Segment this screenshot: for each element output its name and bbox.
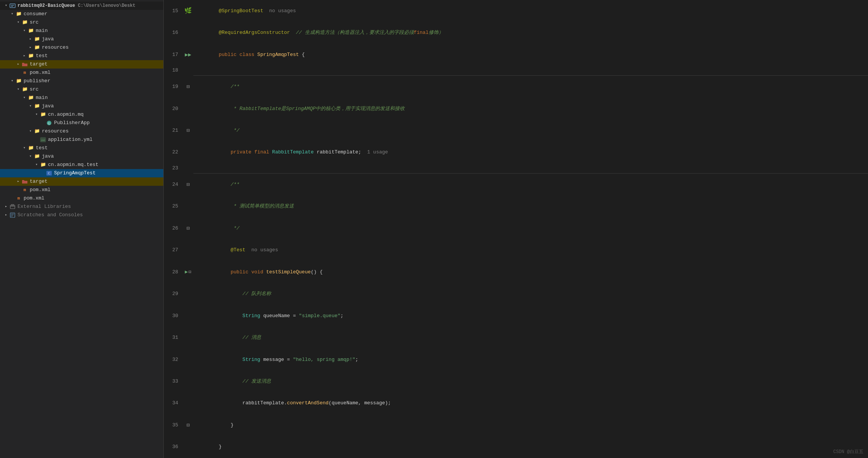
folder-icon-consumer-test: 📁 (27, 53, 34, 59)
sidebar-item-consumer[interactable]: 📁 consumer (0, 10, 163, 18)
token-string-type-30: String (243, 313, 260, 319)
token-plain-32: message = (260, 357, 293, 362)
sidebar-item-scratches[interactable]: Scratches and Consoles (0, 211, 163, 219)
line-num-31: 31 (164, 333, 183, 343)
svg-text:C: C (48, 172, 50, 175)
arrow-publisher-resources (27, 128, 34, 134)
bean-icon-15: 🌿 (184, 6, 192, 16)
module-icon (9, 2, 16, 9)
sidebar-item-publisher-test-cn[interactable]: 📁 cn.aopmin.mq.test (0, 161, 163, 169)
token-comment-31: // 消息 (219, 335, 261, 340)
fold-icon-35[interactable]: ⊟ (187, 420, 190, 430)
line-num-27: 27 (164, 245, 183, 255)
sidebar-item-spring-amqp-test[interactable]: C SpringAmqpTest (0, 169, 163, 177)
scratches-icon (9, 212, 16, 219)
scratches-label: Scratches and Consoles (18, 211, 83, 219)
sidebar-item-publisher-app[interactable]: G PublisherApp (0, 119, 163, 127)
token-nousages-27: no usages (246, 247, 278, 253)
token-brace-17: { (299, 52, 305, 57)
consumer-label: consumer (24, 10, 47, 18)
sidebar-item-external-libs[interactable]: External Libraries (0, 203, 163, 211)
fold-icon-28[interactable]: ⊟ (188, 267, 191, 277)
token-comment-20b: 是SpringAMQP中的核心类，用于实现消息的发送和接收 (281, 106, 405, 112)
line-code-36: } (193, 432, 868, 458)
publisher-target-label: target (30, 177, 48, 186)
sidebar-item-publisher-target[interactable]: target (0, 177, 163, 186)
folder-icon-publisher-test-cn: 📁 (40, 161, 46, 168)
sidebar-item-publisher[interactable]: 📁 publisher (0, 77, 163, 85)
xml-icon-consumer-pom: m (21, 69, 28, 76)
consumer-main-label: main (36, 27, 48, 35)
sidebar-item-publisher-main[interactable]: 📁 main (0, 94, 163, 102)
line-num-22: 22 (164, 147, 183, 157)
sidebar-item-consumer-src[interactable]: 📁 src (0, 18, 163, 27)
folder-icon-consumer-src: 📁 (21, 19, 28, 26)
line-num-18: 18 (164, 65, 183, 75)
token-string-type-32: String (243, 357, 260, 362)
line-code-22: private final RabbitTemplate rabbitTempl… (193, 137, 868, 167)
line-num-23: 23 (164, 163, 183, 173)
sidebar-item-publisher-cn[interactable]: 📁 cn.aopmin.mq (0, 110, 163, 119)
gutter-35: ⊟ (183, 420, 193, 430)
line-num-26: 26 (164, 223, 183, 233)
gutter-24: ⊟ (183, 180, 193, 190)
sidebar-item-publisher-test[interactable]: 📁 test (0, 144, 163, 152)
token-rabbittemplate-34: rabbitTemplate. (219, 400, 287, 406)
publisher-test-label: test (36, 144, 48, 152)
line-num-17: 17 (164, 50, 183, 60)
line-num-24: 24 (164, 180, 183, 190)
gutter-28[interactable]: ▶ ⊟ (183, 267, 193, 277)
publisher-cn-label: cn.aopmin.mq (48, 110, 84, 119)
sidebar-item-root-pom[interactable]: m pom.xml (0, 194, 163, 203)
token-requiredargs: @RequiredArgsConstructor (219, 30, 290, 35)
sidebar-item-publisher-yaml[interactable]: yml application.yml (0, 136, 163, 144)
token-method-34: convertAndSend (287, 400, 329, 406)
sidebar-item-consumer-test[interactable]: 📁 test (0, 52, 163, 60)
folder-icon-consumer: 📁 (15, 11, 22, 18)
line-num-28: 28 (164, 267, 183, 277)
fold-icon-19[interactable]: ⊟ (187, 82, 190, 92)
token-indent-32 (219, 357, 242, 362)
sidebar-item-publisher-resources[interactable]: 📁 resources (0, 127, 163, 136)
arrow-publisher-cn (34, 112, 40, 118)
arrow-publisher-src (15, 86, 21, 93)
token-closebrace-36: } (219, 444, 222, 450)
folder-icon-publisher-cn: 📁 (40, 111, 46, 118)
line-num-33: 33 (164, 377, 183, 386)
publisher-label: publisher (24, 77, 50, 85)
gutter-17[interactable]: ▶▶ (183, 50, 193, 60)
class-icon-spring-amqp-test: C (46, 170, 53, 177)
ext-libs-icon (9, 203, 16, 210)
code-line-17: 17 ▶▶ public class SpringAmqpTest { (164, 44, 868, 65)
sidebar-item-publisher-src[interactable]: 📁 src (0, 85, 163, 94)
folder-icon-publisher: 📁 (15, 78, 22, 85)
sidebar-item-consumer-target[interactable]: target (0, 60, 163, 69)
line-num-16: 16 (164, 28, 183, 38)
fold-icon-26[interactable]: ⊟ (187, 223, 190, 233)
code-editor: 15 🌿 @SpringBootTest no usages 16 @Requi… (164, 0, 868, 458)
sidebar-item-publisher-java[interactable]: 📁 java (0, 102, 163, 110)
sidebar-item-root[interactable]: rabbitmq02-BasicQueue C:\Users\lenovo\De… (0, 2, 163, 10)
external-libs-label: External Libraries (18, 203, 71, 211)
sidebar-item-publisher-pom[interactable]: m pom.xml (0, 186, 163, 194)
sidebar-item-consumer-resources[interactable]: 📁 resources (0, 43, 163, 52)
token-comment-26: */ (219, 225, 239, 231)
run-icon-28[interactable]: ▶ (185, 267, 188, 277)
sidebar-item-consumer-java[interactable]: 📁 java (0, 35, 163, 43)
arrow-publisher (9, 78, 15, 84)
sidebar-item-consumer-pom[interactable]: m pom.xml (0, 69, 163, 77)
sidebar-item-publisher-test-java[interactable]: 📁 java (0, 152, 163, 161)
token-semi-30: ; (340, 313, 343, 319)
fold-icon-21[interactable]: ⊟ (187, 126, 190, 136)
publisher-app-label: PublisherApp (54, 119, 90, 127)
folder-icon-consumer-java: 📁 (34, 36, 40, 43)
watermark: CSDN @白豆五 (833, 448, 863, 455)
line-num-21: 21 (164, 126, 183, 136)
sidebar-item-consumer-main[interactable]: 📁 main (0, 27, 163, 35)
fold-icon-24[interactable]: ⊟ (187, 180, 190, 190)
svg-text:G: G (48, 121, 51, 125)
arrow-publisher-target (15, 179, 21, 185)
token-args-34: (queueName, message); (329, 400, 391, 406)
consumer-pom-label: pom.xml (30, 69, 51, 77)
publisher-test-cn-label: cn.aopmin.mq.test (48, 161, 99, 169)
